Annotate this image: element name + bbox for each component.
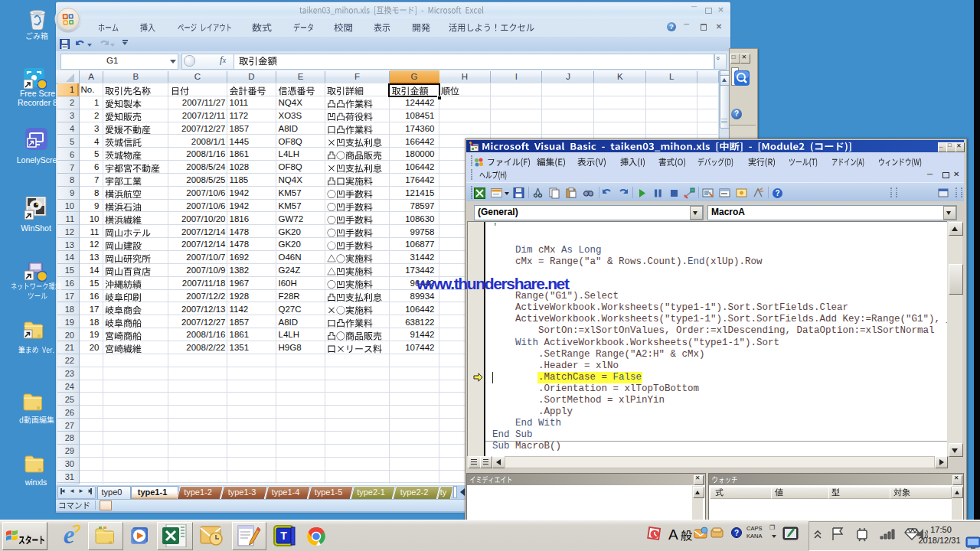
svg-text:?: ?: [775, 189, 779, 197]
svg-text:T: T: [280, 530, 287, 542]
svg-text:?: ?: [734, 529, 739, 537]
